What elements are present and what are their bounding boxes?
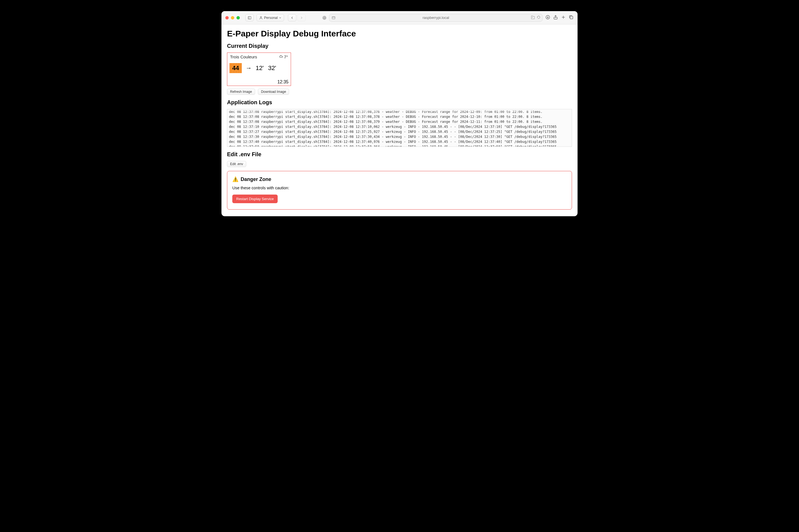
profile-button[interactable]: Personal bbox=[256, 14, 284, 21]
page-content: E-Paper Display Debug Interface Current … bbox=[221, 24, 578, 216]
danger-zone-title: Danger Zone bbox=[241, 176, 271, 182]
zoom-window-button[interactable] bbox=[236, 16, 240, 19]
log-content: dec 08 12:37:08 raspberrypi start_displa… bbox=[229, 110, 557, 147]
tabs-overview-icon[interactable] bbox=[569, 15, 574, 21]
translate-icon[interactable]: A bbox=[531, 15, 535, 20]
browser-window: Personal raspberrypi.local A bbox=[221, 11, 578, 216]
restart-service-button[interactable]: Restart Display Service bbox=[232, 194, 278, 203]
back-button[interactable] bbox=[288, 14, 296, 21]
svg-rect-3 bbox=[332, 16, 335, 19]
clock-time: 12:35 bbox=[277, 79, 289, 84]
stop-name: Trois Couleurs bbox=[230, 55, 257, 59]
address-host: raspberrypi.local bbox=[423, 16, 449, 20]
edit-env-button[interactable]: Edit .env bbox=[227, 161, 246, 167]
svg-rect-11 bbox=[570, 16, 573, 19]
route-number: 44 bbox=[232, 64, 239, 72]
epaper-preview: Trois Couleurs 7° 44 → 12' 32' 12:35 bbox=[227, 53, 291, 86]
section-current-display: Current Display bbox=[227, 43, 572, 49]
arrow-right-icon: → bbox=[246, 64, 252, 72]
minimize-window-button[interactable] bbox=[231, 16, 234, 19]
close-window-button[interactable] bbox=[225, 16, 229, 19]
sidebar-toggle-button[interactable] bbox=[246, 14, 254, 21]
danger-zone: ⚠️ Danger Zone Use these controls with c… bbox=[227, 171, 572, 210]
cloud-icon bbox=[278, 55, 284, 59]
address-bar[interactable]: raspberrypi.local A bbox=[329, 14, 543, 22]
arrival-time-2: 32' bbox=[268, 64, 276, 72]
arrival-time-1: 12' bbox=[256, 64, 264, 72]
log-viewer[interactable]: dec 08 12:37:08 raspberrypi start_displa… bbox=[227, 109, 572, 147]
nav-arrows bbox=[288, 14, 306, 21]
reload-icon[interactable] bbox=[537, 15, 541, 20]
titlebar: Personal raspberrypi.local A bbox=[221, 11, 578, 24]
svg-rect-0 bbox=[248, 16, 251, 19]
share-icon[interactable] bbox=[553, 15, 558, 21]
downloads-icon[interactable] bbox=[545, 15, 550, 21]
refresh-image-button[interactable]: Refresh Image bbox=[227, 89, 255, 95]
new-tab-icon[interactable] bbox=[561, 15, 566, 21]
profile-label: Personal bbox=[264, 16, 278, 20]
temperature: 7° bbox=[284, 55, 288, 59]
section-edit-env: Edit .env File bbox=[227, 151, 572, 158]
danger-zone-description: Use these controls with caution: bbox=[232, 186, 567, 190]
route-badge: 44 bbox=[230, 63, 242, 73]
download-image-button[interactable]: Download Image bbox=[258, 89, 289, 95]
forward-button[interactable] bbox=[297, 14, 306, 21]
svg-text:A: A bbox=[532, 16, 533, 18]
toolbar-right bbox=[545, 15, 574, 21]
warning-icon: ⚠️ bbox=[232, 176, 238, 182]
site-settings-icon[interactable] bbox=[332, 16, 335, 20]
window-controls bbox=[225, 16, 240, 19]
svg-point-2 bbox=[260, 16, 262, 18]
page-title: E-Paper Display Debug Interface bbox=[227, 29, 572, 38]
privacy-report-icon[interactable] bbox=[323, 16, 326, 20]
section-application-logs: Application Logs bbox=[227, 99, 572, 106]
